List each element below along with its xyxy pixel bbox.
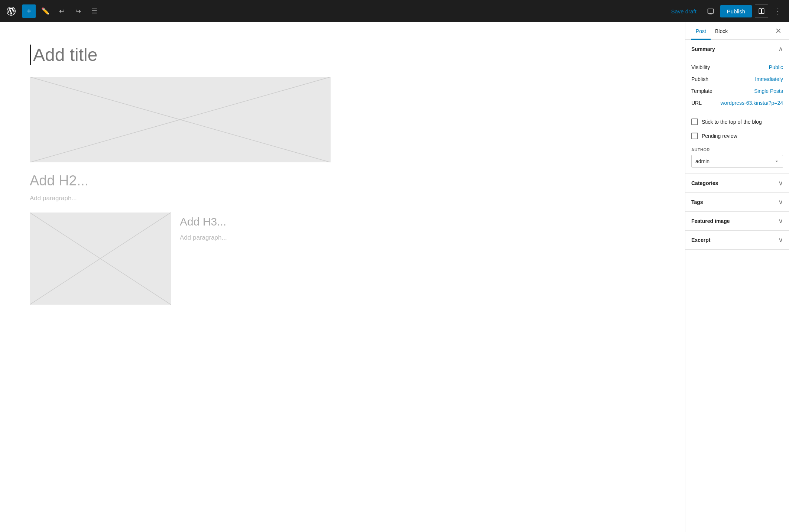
excerpt-section: Excerpt ∨ [685,231,789,250]
wp-logo-icon [4,4,18,18]
h2-placeholder[interactable]: Add H2... [30,173,655,189]
publish-value[interactable]: Immediately [755,76,783,82]
categories-chevron-icon: ∨ [778,179,783,187]
summary-section: Summary ∧ Visibility Public Publish Imme… [685,40,789,174]
featured-image-header[interactable]: Featured image ∨ [685,212,789,230]
tags-chevron-icon: ∨ [778,198,783,206]
add-block-button[interactable]: + [22,4,36,18]
pending-review-row[interactable]: Pending review [685,129,789,143]
featured-image-title: Featured image [691,218,730,224]
post-title-input[interactable] [30,45,655,65]
featured-image-section: Featured image ∨ [685,212,789,231]
url-value[interactable]: wordpress-63.kinsta/?p=24 [721,100,783,106]
author-select[interactable]: admin [691,155,783,168]
publish-button[interactable]: Publish [720,5,752,17]
featured-image-placeholder [30,77,331,162]
visibility-label: Visibility [691,64,710,70]
featured-image-chevron-icon: ∨ [778,217,783,225]
preview-button[interactable] [704,4,717,18]
tags-section: Tags ∨ [685,193,789,212]
sidebar-toggle-button[interactable] [755,4,768,18]
tools-button[interactable]: ✏️ [39,4,52,18]
summary-content: Visibility Public Publish Immediately Te… [685,58,789,115]
sidebar-tabs: Post Block ✕ [685,22,789,40]
summary-title: Summary [691,46,715,52]
h3-placeholder[interactable]: Add H3... [180,215,655,228]
sidebar: Post Block ✕ Summary ∧ Visibility Public… [685,22,789,532]
excerpt-chevron-icon: ∨ [778,236,783,244]
topbar: + ✏️ ↩ ↪ ☰ Save draft Publish ⋮ [0,0,789,22]
main-layout: Add H2... Add paragraph... Add H3... Add… [0,22,789,532]
sidebar-close-button[interactable]: ✕ [774,22,783,39]
stick-to-top-checkbox[interactable] [691,119,698,125]
more-options-button[interactable]: ⋮ [771,4,785,18]
tags-header[interactable]: Tags ∨ [685,193,789,211]
author-label: AUTHOR [691,147,783,152]
template-value[interactable]: Single Posts [754,88,783,94]
url-label: URL [691,100,702,106]
tab-block[interactable]: Block [711,22,732,39]
svg-rect-1 [708,9,713,13]
two-col-section: Add H3... Add paragraph... [30,213,655,305]
stick-to-top-row[interactable]: Stick to the top of the blog [685,115,789,129]
summary-chevron-icon: ∧ [778,45,783,53]
list-view-button[interactable]: ☰ [88,4,101,18]
summary-section-header[interactable]: Summary ∧ [685,40,789,58]
paragraph-placeholder[interactable]: Add paragraph... [30,195,655,202]
excerpt-title: Excerpt [691,237,710,243]
svg-rect-5 [762,9,764,14]
excerpt-header[interactable]: Excerpt ∨ [685,231,789,249]
pending-review-checkbox[interactable] [691,133,698,139]
tab-post[interactable]: Post [691,22,711,39]
editor-area: Add H2... Add paragraph... Add H3... Add… [0,22,685,532]
categories-section: Categories ∨ [685,174,789,193]
svg-rect-4 [759,9,761,14]
visibility-row: Visibility Public [691,61,783,73]
stick-to-top-label: Stick to the top of the blog [702,119,762,125]
save-draft-button[interactable]: Save draft [666,5,701,17]
col-text-section: Add H3... Add paragraph... [180,213,655,305]
author-section: AUTHOR admin [685,143,789,173]
publish-label: Publish [691,76,708,82]
categories-title: Categories [691,180,718,186]
undo-button[interactable]: ↩ [55,4,68,18]
url-row: URL wordpress-63.kinsta/?p=24 [691,97,783,109]
template-label: Template [691,88,712,94]
paragraph2-placeholder[interactable]: Add paragraph... [180,234,655,241]
visibility-value[interactable]: Public [769,64,783,70]
template-row: Template Single Posts [691,85,783,97]
col-image-placeholder [30,213,171,305]
publish-row: Publish Immediately [691,73,783,85]
categories-header[interactable]: Categories ∨ [685,174,789,192]
tags-title: Tags [691,199,703,205]
pending-review-label: Pending review [702,133,737,139]
redo-button[interactable]: ↪ [71,4,85,18]
